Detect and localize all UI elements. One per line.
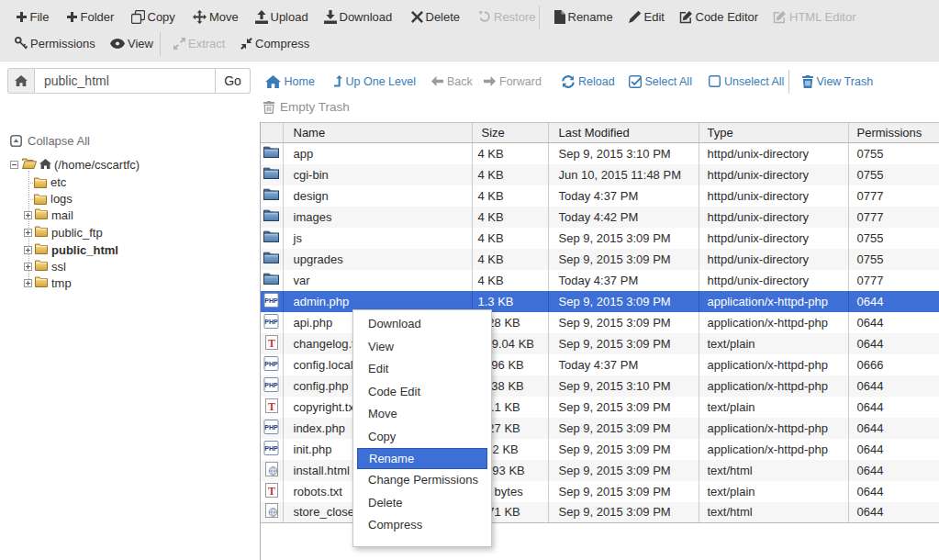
svg-text:PHP: PHP: [265, 444, 279, 451]
svg-text:T: T: [268, 399, 275, 412]
svg-text:PHP: PHP: [265, 381, 279, 387]
svg-text:PHP: PHP: [265, 318, 279, 324]
svg-text:T: T: [268, 336, 275, 349]
svg-text:PHP: PHP: [265, 423, 279, 430]
svg-text:T: T: [268, 484, 275, 497]
svg-text:PHP: PHP: [265, 297, 279, 303]
svg-text:PHP: PHP: [265, 360, 279, 366]
